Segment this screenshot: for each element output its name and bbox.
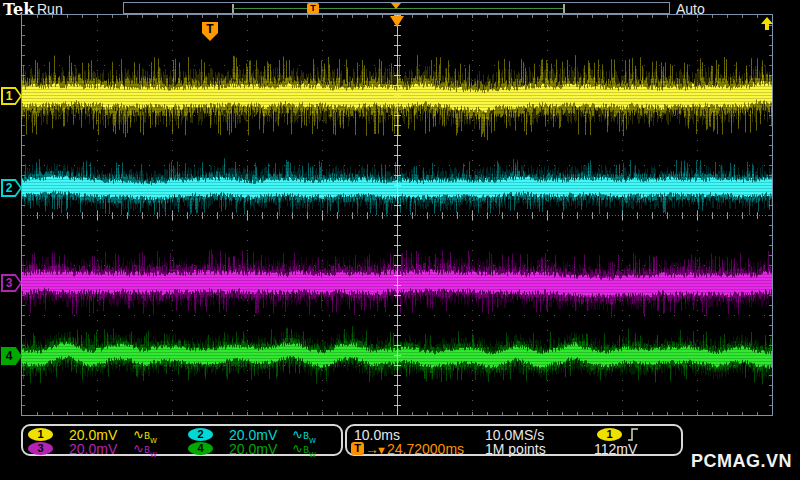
- channel-3-scale[interactable]: 20.0mV: [69, 442, 117, 456]
- oscilloscope-screen: Tek Run T Auto T 1 2 3 4 1 20.0mV ∿BW 2 …: [0, 0, 800, 480]
- graticule: [21, 14, 773, 416]
- sample-rate: 10.0MS/s: [485, 428, 544, 442]
- channel-readout-box: 1 20.0mV ∿BW 2 20.0mV ∿BW 3 20.0mV ∿BW 4…: [21, 424, 343, 456]
- timebase-scale[interactable]: 10.0ms: [354, 428, 400, 442]
- watermark: PCMAG.VN: [691, 451, 792, 472]
- channel-3-badge[interactable]: 3: [28, 442, 53, 455]
- record-length: 1M points: [485, 442, 546, 456]
- trigger-level-value[interactable]: 112mV: [594, 442, 637, 456]
- channel-2-badge[interactable]: 2: [188, 428, 213, 441]
- channel-1-badge[interactable]: 1: [28, 428, 53, 441]
- channel-3-coupling-bw-icon: ∿BW: [133, 442, 157, 462]
- timebase-trigger-readout-box: 10.0ms 10.0MS/s 1 T → ▼ 24.72000ms 1M po…: [345, 424, 683, 456]
- channel-4-scale[interactable]: 20.0mV: [229, 442, 277, 456]
- cursor-down-icon: ▼: [376, 443, 387, 457]
- channel-2-scale[interactable]: 20.0mV: [229, 428, 277, 442]
- trigger-position-icon[interactable]: [390, 16, 404, 27]
- record-view-trigger-icon: T: [307, 3, 319, 14]
- channel-3-position-badge[interactable]: 3: [1, 274, 22, 292]
- record-view-right-bracket: [563, 4, 565, 13]
- record-view-cursor-icon: [391, 3, 401, 9]
- waveform-display: [22, 15, 772, 415]
- channel-4-position-badge[interactable]: 4: [1, 347, 22, 365]
- channel-4-coupling-bw-icon: ∿BW: [292, 442, 316, 462]
- trigger-position-value[interactable]: 24.72000ms: [387, 442, 464, 456]
- channel-2-position-badge[interactable]: 2: [1, 179, 22, 197]
- channel-4-badge[interactable]: 4: [188, 442, 213, 455]
- channel-1-scale[interactable]: 20.0mV: [69, 428, 117, 442]
- trigger-level-arrow-icon[interactable]: [759, 16, 775, 34]
- trigger-position-badge-icon: T: [351, 442, 364, 455]
- channel-1-position-badge[interactable]: 1: [1, 87, 22, 105]
- record-view-bar: T: [123, 2, 670, 14]
- trigger-source-badge[interactable]: 1: [597, 428, 622, 441]
